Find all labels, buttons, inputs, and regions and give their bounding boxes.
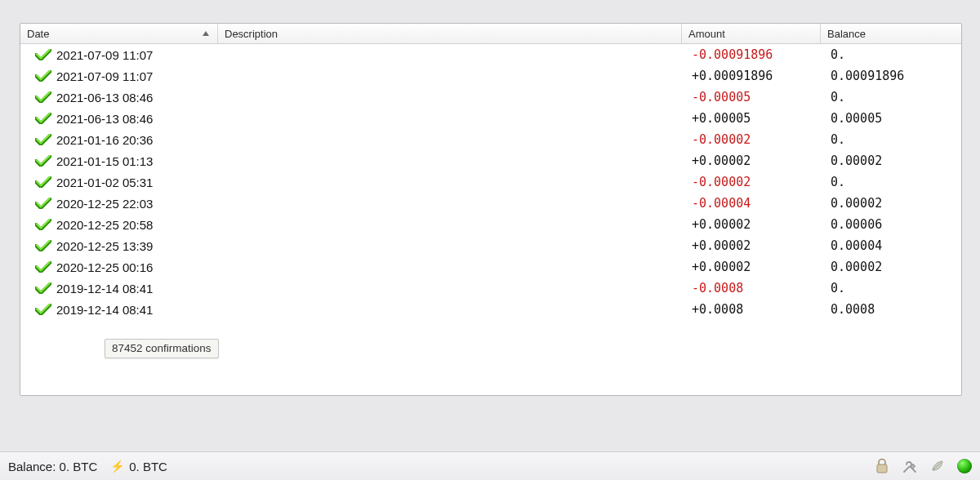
date-text: 2021-07-09 11:07 (56, 69, 153, 83)
cell-amount: +0.00002 (682, 256, 821, 278)
date-text: 2019-12-14 08:41 (56, 303, 153, 317)
sort-ascending-icon (203, 31, 209, 36)
column-header-balance[interactable]: Balance (821, 24, 961, 43)
balance-label-text: Balance: (8, 460, 56, 473)
checkmark-icon (35, 113, 51, 124)
date-text: 2020-12-25 22:03 (56, 197, 153, 211)
date-text: 2020-12-25 00:16 (56, 260, 153, 274)
date-text: 2021-01-16 20:36 (56, 133, 153, 147)
seed-icon[interactable] (929, 458, 946, 474)
cell-description (218, 235, 682, 256)
cell-amount: +0.0008 (682, 299, 821, 320)
checkmark-icon (35, 304, 51, 315)
date-text: 2021-01-02 05:31 (56, 176, 153, 189)
cell-description (218, 108, 682, 129)
checkmark-icon (35, 155, 51, 167)
table-row[interactable]: 2020-12-25 13:39+0.000020.00004 (20, 235, 961, 256)
cell-amount: -0.00002 (682, 129, 821, 150)
cell-date: 2021-01-15 01:13 (20, 150, 218, 171)
cell-balance: 0.00002 (821, 150, 961, 171)
svg-rect-0 (877, 464, 887, 473)
table-row[interactable]: 2021-07-09 11:07+0.000918960.00091896 (20, 65, 961, 87)
cell-amount: -0.00004 (682, 193, 821, 214)
column-header-amount[interactable]: Amount (682, 24, 821, 43)
table-row[interactable]: 2021-01-16 20:36-0.000020. (20, 129, 961, 150)
window-frame: Date Description Amount Balance 2021-07-… (8, 0, 972, 441)
cell-date: 2020-12-25 13:39 (20, 235, 218, 256)
cell-date: 2019-12-14 08:41 (20, 278, 218, 299)
cell-balance: 0. (821, 129, 961, 150)
cell-date: 2020-12-25 20:58 (20, 214, 218, 235)
cell-amount: +0.00002 (682, 214, 821, 235)
lightning-balance: ⚡ 0. BTC (110, 460, 167, 473)
cell-balance: 0.00006 (821, 214, 961, 235)
date-text: 2020-12-25 20:58 (56, 218, 153, 232)
column-label: Amount (688, 28, 725, 40)
cell-balance: 0. (821, 171, 961, 193)
status-icons (874, 458, 972, 474)
cell-amount: +0.00002 (682, 235, 821, 256)
cell-date: 2021-07-09 11:07 (20, 44, 218, 65)
cell-balance: 0. (821, 44, 961, 65)
cell-description (218, 129, 682, 150)
column-label: Balance (827, 28, 866, 40)
table-row[interactable]: 2021-01-15 01:13+0.000020.00002 (20, 150, 961, 171)
network-status-icon[interactable] (957, 459, 972, 473)
history-table: Date Description Amount Balance 2021-07-… (20, 23, 962, 396)
table-row[interactable]: 2021-07-09 11:07-0.000918960. (20, 44, 961, 65)
cell-balance: 0.00002 (821, 193, 961, 214)
lightning-icon: ⚡ (110, 460, 124, 473)
date-text: 2020-12-25 13:39 (56, 239, 153, 253)
cell-amount: -0.0008 (682, 278, 821, 299)
balance-label: Balance: 0. BTC (0, 460, 97, 473)
table-row[interactable]: 2019-12-14 08:41+0.00080.0008 (20, 299, 961, 320)
cell-description (218, 87, 682, 108)
balance-value: 0. BTC (60, 460, 98, 473)
cell-description (218, 214, 682, 235)
table-row[interactable]: 2021-06-13 08:46-0.000050. (20, 87, 961, 108)
date-text: 2021-01-15 01:13 (56, 154, 153, 168)
table-row[interactable]: 2020-12-25 22:03-0.000040.00002 (20, 193, 961, 214)
cell-balance: 0.00002 (821, 256, 961, 278)
table-row[interactable]: 2021-01-02 05:31-0.000020. (20, 171, 961, 193)
checkmark-icon (35, 134, 51, 145)
date-text: 2019-12-14 08:41 (56, 282, 153, 296)
checkmark-icon (35, 219, 51, 230)
lock-icon[interactable] (874, 458, 890, 474)
checkmark-icon (35, 240, 51, 251)
cell-amount: -0.00002 (682, 171, 821, 193)
cell-balance: 0.00005 (821, 108, 961, 129)
cell-balance: 0.0008 (821, 299, 961, 320)
column-label: Description (225, 28, 278, 40)
table-row[interactable]: 2021-06-13 08:46+0.000050.00005 (20, 108, 961, 129)
cell-date: 2021-01-16 20:36 (20, 129, 218, 150)
cell-amount: +0.00002 (682, 150, 821, 171)
cell-date: 2021-07-09 11:07 (20, 65, 218, 87)
column-header-date[interactable]: Date (20, 24, 218, 43)
date-text: 2021-06-13 08:46 (56, 91, 153, 104)
checkmark-icon (35, 176, 51, 188)
cell-description (218, 150, 682, 171)
cell-description (218, 278, 682, 299)
cell-balance: 0. (821, 87, 961, 108)
tools-icon[interactable] (902, 458, 918, 474)
lightning-value: 0. BTC (129, 460, 167, 473)
table-row[interactable]: 2020-12-25 20:58+0.000020.00006 (20, 214, 961, 235)
checkmark-icon (35, 70, 51, 82)
status-bar: Balance: 0. BTC ⚡ 0. BTC (0, 451, 980, 480)
table-row[interactable]: 2019-12-14 08:41-0.00080. (20, 278, 961, 299)
cell-description (218, 171, 682, 193)
cell-balance: 0.00004 (821, 235, 961, 256)
cell-date: 2021-06-13 08:46 (20, 87, 218, 108)
cell-date: 2021-01-02 05:31 (20, 171, 218, 193)
table-header-row: Date Description Amount Balance (20, 24, 961, 44)
date-text: 2021-06-13 08:46 (56, 112, 153, 126)
column-header-description[interactable]: Description (218, 24, 682, 43)
cell-description (218, 299, 682, 320)
cell-balance: 0. (821, 278, 961, 299)
checkmark-icon (35, 49, 51, 60)
cell-date: 2020-12-25 22:03 (20, 193, 218, 214)
cell-amount: +0.00005 (682, 108, 821, 129)
checkmark-icon (35, 261, 51, 273)
table-row[interactable]: 2020-12-25 00:16+0.000020.00002 (20, 256, 961, 278)
